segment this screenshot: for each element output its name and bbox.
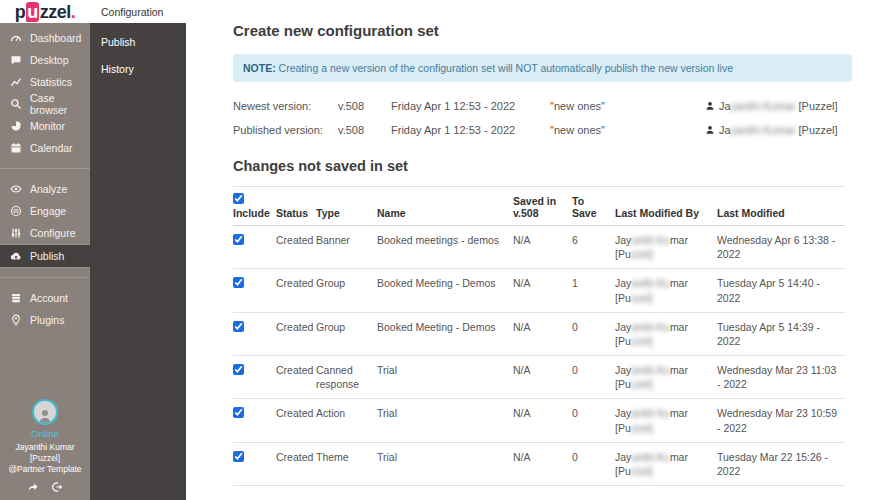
include-checkbox[interactable] [233,407,244,418]
sidebar-item-desktop[interactable]: Desktop [0,49,90,71]
sidebar-item-account[interactable]: Account [0,287,90,309]
sidebar-item-plugins[interactable]: Plugins [0,309,90,331]
sidebar-item-label: Plugins [30,314,64,326]
column-header-to-save: To Save [572,187,615,226]
table-row: CreatedCanned responseTrialN/A0Jayanthi … [233,356,845,399]
user-text: [Puzzel] [795,100,837,112]
cell-saved-in: N/A [513,226,572,269]
table-row: CreatedGroupBooked Meeting - DemosN/A0Ja… [233,312,845,355]
sidebar-item-analyze[interactable]: Analyze [0,178,90,200]
column-header-include: Include [233,207,270,219]
nav-divider [0,277,90,278]
cell-saved-in: N/A [513,356,572,399]
cell-name: Trial [377,356,513,399]
sidebar-item-label: Engage [30,205,66,217]
include-checkbox[interactable] [233,277,244,288]
engage-icon [10,205,22,217]
include-checkbox[interactable] [233,364,244,375]
main-content: Create new configuration set NOTE: Creat… [186,0,883,500]
cell-saved-in: N/A [513,399,572,442]
sidebar-item-monitor[interactable]: Monitor [0,115,90,137]
cell-modified-by: Jayanthi Kumar[Puzzel] [615,269,717,312]
status-badge: Online [31,428,58,439]
cell-last-modified: Wednesday Mar 23 10:59 - 2022 [717,399,845,442]
cell-type: Canned response [316,356,377,399]
version-date: Friday Apr 1 12:53 - 2022 [391,124,550,136]
sidebar-item-configure[interactable]: Configure [0,222,90,244]
cell-type: Group [316,312,377,355]
user-actions [27,481,63,495]
include-checkbox[interactable] [233,234,244,245]
logo-dot: . [71,2,76,22]
column-header-modified-by: Last Modified By [615,187,717,226]
sidebar-item-label: Analyze [30,183,67,195]
user-text: Ja [719,124,731,136]
cell-name: Booked meetings - demos [377,226,513,269]
cell-type: Action [316,399,377,442]
person-icon [705,125,715,135]
cell-saved-in: N/A [513,312,572,355]
logo-text-rest: zzel [40,2,71,22]
changes-title: Changes not saved in set [233,158,853,174]
submenu-item-publish[interactable]: Publish [90,31,186,54]
cell-modified-by: Jayanthi Kumar[Puzzel] [615,312,717,355]
include-all-checkbox[interactable] [233,193,244,204]
user-text-blurred: yanthi Kumar [731,100,796,112]
logo-area: puzzel. [0,0,90,23]
calendar-icon [10,142,22,154]
sidebar-item-publish[interactable]: Publish [0,244,90,268]
cell-type: Theme [316,442,377,485]
version-date: Friday Apr 1 12:53 - 2022 [391,100,550,112]
cloud-upload-icon [10,250,22,262]
include-checkbox[interactable] [233,321,244,332]
cell-status: Created [276,312,316,355]
sidebar-item-case-browser[interactable]: Case browser [0,93,90,115]
cell-to-save: 0 [572,356,615,399]
submenu-body: Publish History [90,23,186,500]
table-row: CreatedThemeTrialN/A0Jayanthi Kumar[Puzz… [233,442,845,485]
logout-icon[interactable] [51,481,63,495]
puzzel-logo[interactable]: puzzel. [15,3,76,21]
cell-to-save: 1 [572,269,615,312]
cell-saved-in: N/A [513,442,572,485]
page-title: Create new configuration set [233,22,853,39]
cell-modified-by: Jayanthi Kumar[Puzzel] [615,442,717,485]
logo-text: p [15,2,26,22]
user-text-blurred: yanthi Kumar [731,124,796,136]
version-comment: "new ones" [550,100,705,112]
version-label: Published version: [233,124,338,136]
table-row: CreatedBannerBooked meetings - demosN/A6… [233,226,845,269]
column-header-name: Name [377,187,513,226]
sidebar-item-calendar[interactable]: Calendar [0,137,90,159]
cell-status: Created [276,356,316,399]
primary-sidebar: puzzel. Dashboard Desktop Statistics Cas… [0,0,90,500]
submenu-item-history[interactable]: History [90,58,186,81]
person-icon [705,101,715,111]
logo-u-bubble: u [26,2,39,22]
table-header-row: Include Status Type Name Saved in v.508 … [233,187,845,226]
include-checkbox[interactable] [233,451,244,462]
sidebar-item-label: Calendar [30,142,73,154]
sidebar-item-label: Dashboard [30,32,81,44]
pie-chart-icon [10,120,22,132]
version-user: Jayanthi Kumar [Puzzel] [705,100,838,112]
sidebar-item-label: Publish [30,250,64,262]
account-icon [10,292,22,304]
column-header-saved-in: Saved in v.508 [513,187,572,226]
user-name-line1: Jayanthi Kumar [Puzzel] [0,442,90,464]
cell-status: Created [276,269,316,312]
share-icon[interactable] [27,481,39,495]
sidebar-item-label: Case browser [30,92,90,116]
sidebar-item-dashboard[interactable]: Dashboard [0,27,90,49]
sidebar-item-label: Configure [30,227,76,239]
sidebar-item-label: Account [30,292,68,304]
version-comment: "new ones" [550,124,705,136]
sidebar-item-engage[interactable]: Engage [0,200,90,222]
cell-name: Booked Meeting - Demos [377,269,513,312]
cell-name: Trial [377,399,513,442]
cell-last-modified: Tuesday Mar 22 15:26 - 2022 [717,442,845,485]
avatar[interactable] [32,399,58,425]
cell-last-modified: Tuesday Apr 5 14:39 - 2022 [717,312,845,355]
cell-modified-by: Jayanthi Kumar[Puzzel] [615,226,717,269]
sidebar-item-statistics[interactable]: Statistics [0,71,90,93]
